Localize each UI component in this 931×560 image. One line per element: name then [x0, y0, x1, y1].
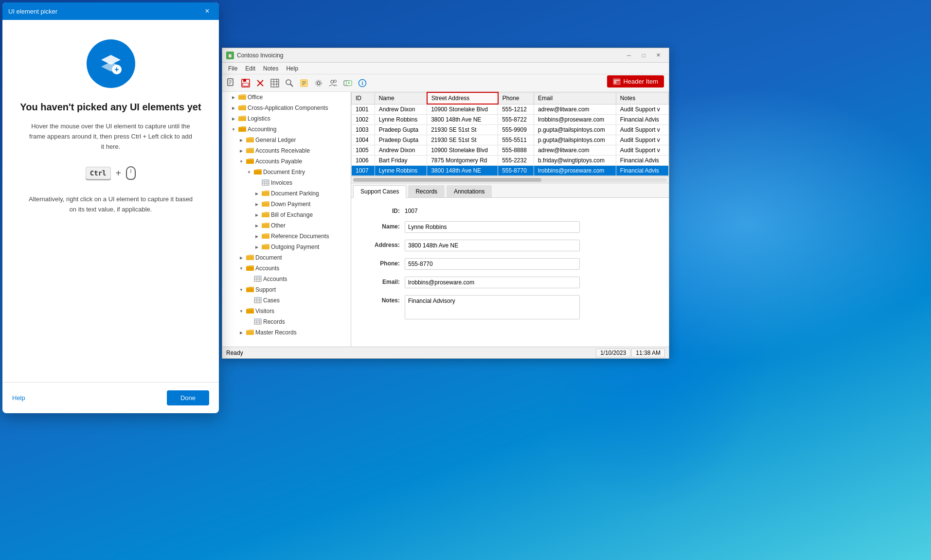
cell-email[interactable]: b.friday@wingtiptoys.com: [534, 156, 616, 166]
cell-email[interactable]: adrew@litware.com: [534, 145, 616, 156]
tree-item[interactable]: ▼ Support: [222, 284, 351, 295]
cell-phone[interactable]: 555-5511: [498, 135, 534, 145]
tree-item[interactable]: Invoices: [222, 177, 351, 188]
toolbar-note-button[interactable]: [297, 76, 311, 90]
col-email[interactable]: Email: [534, 92, 616, 104]
toolbar-delete-button[interactable]: [253, 76, 267, 90]
toolbar-save-button[interactable]: [239, 76, 252, 90]
cell-address[interactable]: 10900 Stonelake Blvd: [427, 104, 498, 115]
toolbar-new-button[interactable]: [224, 76, 238, 90]
cell-address[interactable]: 10900 Stonelake Blvd: [427, 145, 498, 156]
toolbar-grid-button[interactable]: [268, 76, 282, 90]
cell-id[interactable]: 1005: [352, 145, 375, 156]
cell-name[interactable]: Bart Friday: [375, 156, 427, 166]
picker-help-link[interactable]: Help: [12, 394, 25, 402]
tab-support-cases[interactable]: Support Cases: [353, 185, 406, 198]
cell-phone[interactable]: 555-8722: [498, 115, 534, 125]
cell-phone[interactable]: 555-8888: [498, 145, 534, 156]
tree-item[interactable]: ▶ Office: [222, 92, 351, 103]
tab-records[interactable]: Records: [408, 185, 445, 197]
cell-id[interactable]: 1006: [352, 156, 375, 166]
email-input[interactable]: [405, 277, 580, 288]
nav-panel[interactable]: ▶ Office▶ Cross-Application Components▶ …: [222, 92, 351, 347]
toolbar-export-button[interactable]: X: [341, 76, 355, 90]
cell-email[interactable]: p.gupta@tailspintoys.com: [534, 125, 616, 135]
cell-email[interactable]: lrobbins@proseware.com: [534, 166, 616, 176]
col-street-address[interactable]: Street Address: [427, 92, 498, 104]
table-row[interactable]: 1006Bart Friday7875 Montgomery Rd555-223…: [352, 156, 669, 166]
cell-name[interactable]: Andrew Dixon: [375, 145, 427, 156]
maximize-button[interactable]: □: [637, 51, 650, 60]
cell-address[interactable]: 7875 Montgomery Rd: [427, 156, 498, 166]
data-grid[interactable]: ID Name Street Address Phone Email Notes…: [351, 92, 669, 176]
tab-annotations[interactable]: Annotations: [447, 185, 492, 197]
menu-notes[interactable]: Notes: [259, 64, 282, 73]
cell-notes[interactable]: Financial Advis: [616, 166, 668, 176]
tree-item[interactable]: ▶ Master Records: [222, 327, 351, 338]
tree-item[interactable]: ▶ Logistics: [222, 113, 351, 124]
address-input[interactable]: [405, 240, 580, 251]
table-row[interactable]: 1005Andrew Dixon10900 Stonelake Blvd555-…: [352, 145, 669, 156]
tree-item[interactable]: ▼ Visitors: [222, 306, 351, 316]
cell-address[interactable]: 3800 148th Ave NE: [427, 115, 498, 125]
cell-id[interactable]: 1001: [352, 104, 375, 115]
tree-item[interactable]: ▶ Cross-Application Components: [222, 103, 351, 113]
cell-id[interactable]: 1003: [352, 125, 375, 135]
cell-name[interactable]: Andrew Dixon: [375, 104, 427, 115]
toolbar-info-button[interactable]: i: [356, 76, 369, 90]
notes-textarea[interactable]: Financial Advisory: [405, 295, 580, 319]
name-input[interactable]: [405, 221, 580, 233]
col-id[interactable]: ID: [352, 92, 375, 104]
minimize-button[interactable]: ─: [622, 51, 636, 60]
table-row[interactable]: 1001Andrew Dixon10900 Stonelake Blvd555-…: [352, 104, 669, 115]
cell-notes[interactable]: Financial Advis: [616, 115, 668, 125]
toolbar-search-button[interactable]: [283, 76, 296, 90]
table-row[interactable]: 1004Pradeep Gupta21930 SE 51st St555-551…: [352, 135, 669, 145]
tree-item[interactable]: ▶ Bill of Exchange: [222, 210, 351, 220]
cell-notes[interactable]: Audit Support v: [616, 145, 668, 156]
phone-input[interactable]: [405, 258, 580, 270]
cell-email[interactable]: adrew@litware.com: [534, 104, 616, 115]
tree-item[interactable]: ▶ Accounts Receivable: [222, 145, 351, 156]
tree-item[interactable]: ▼ Accounts: [222, 263, 351, 274]
tree-item[interactable]: ▶ General Ledger: [222, 135, 351, 145]
cell-id[interactable]: 1002: [352, 115, 375, 125]
app-close-button[interactable]: ✕: [651, 51, 665, 60]
cell-id[interactable]: 1007: [352, 166, 375, 176]
cell-id[interactable]: 1004: [352, 135, 375, 145]
cell-notes[interactable]: Financial Advis: [616, 156, 668, 166]
toolbar-users-button[interactable]: [326, 76, 340, 90]
grid-hscrollbar[interactable]: [351, 176, 669, 183]
tree-item[interactable]: ▼ Accounts Payable: [222, 156, 351, 167]
tree-item[interactable]: ▶ Reference Documents: [222, 231, 351, 242]
table-row[interactable]: 1002Lynne Robbins3800 148th Ave NE555-87…: [352, 115, 669, 125]
toolbar-settings-button[interactable]: [312, 76, 325, 90]
menu-help[interactable]: Help: [282, 64, 302, 73]
tree-item[interactable]: ▶ Document: [222, 252, 351, 263]
tree-item[interactable]: ▶ Down Payment: [222, 199, 351, 210]
cell-notes[interactable]: Audit Support v: [616, 125, 668, 135]
tree-item[interactable]: ▶ Other: [222, 220, 351, 231]
col-phone[interactable]: Phone: [498, 92, 534, 104]
cell-name[interactable]: Lynne Robbins: [375, 166, 427, 176]
cell-phone[interactable]: 555-1212: [498, 104, 534, 115]
cell-email[interactable]: p.gupta@tailspintoys.com: [534, 135, 616, 145]
tree-item[interactable]: Accounts: [222, 274, 351, 284]
cell-phone[interactable]: 555-8770: [498, 166, 534, 176]
cell-address[interactable]: 21930 SE 51st St: [427, 125, 498, 135]
cell-address[interactable]: 21930 SE 51st St: [427, 135, 498, 145]
col-notes[interactable]: Notes: [616, 92, 668, 104]
tree-item[interactable]: Records: [222, 316, 351, 327]
tree-item[interactable]: ▼ Accounting: [222, 124, 351, 135]
tree-item[interactable]: ▶ Outgoing Payment: [222, 242, 351, 252]
cell-notes[interactable]: Audit Support v: [616, 135, 668, 145]
table-row[interactable]: 1007Lynne Robbins3800 148th Ave NE555-87…: [352, 166, 669, 176]
picker-close-button[interactable]: ×: [201, 5, 213, 17]
cell-phone[interactable]: 555-9909: [498, 125, 534, 135]
cell-address[interactable]: 3800 148th Ave NE: [427, 166, 498, 176]
menu-file[interactable]: File: [224, 64, 241, 73]
cell-name[interactable]: Pradeep Gupta: [375, 135, 427, 145]
nav-tree[interactable]: ▶ Office▶ Cross-Application Components▶ …: [222, 92, 351, 338]
cell-name[interactable]: Pradeep Gupta: [375, 125, 427, 135]
tree-item[interactable]: ▼ Document Entry: [222, 167, 351, 177]
